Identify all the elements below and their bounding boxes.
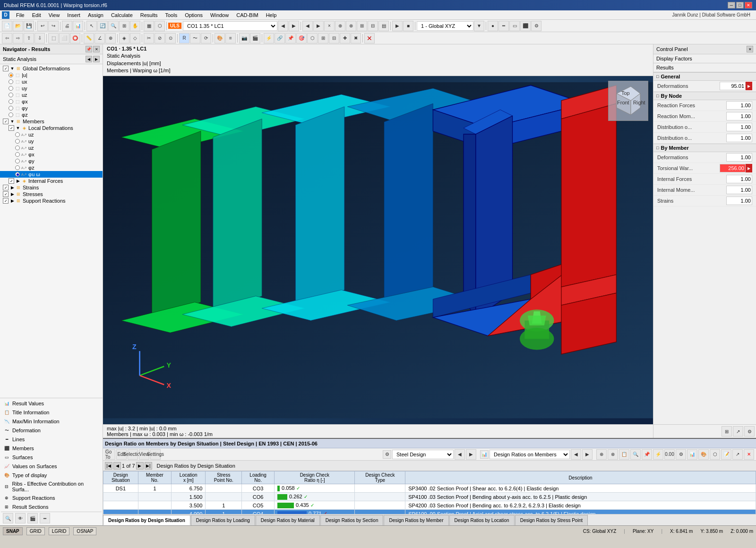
tb-surface[interactable]: ▭ bbox=[509, 21, 520, 31]
tb-ani-play[interactable]: ▶ bbox=[392, 21, 403, 31]
cp-strains-cp-value[interactable] bbox=[726, 197, 752, 205]
nav-cube[interactable]: Top Front Right bbox=[608, 81, 648, 121]
tree-u-abs[interactable]: ⬚ |u| bbox=[0, 72, 103, 78]
tb-cursor[interactable]: ↖ bbox=[86, 21, 97, 31]
menu-options[interactable]: Options bbox=[181, 10, 206, 19]
tb-btn-d[interactable]: ⊕ bbox=[335, 21, 345, 31]
cp-deformations-value[interactable] bbox=[720, 82, 746, 90]
nav-type-display[interactable]: 🎨 Type of display bbox=[1, 471, 102, 480]
tree-cb-internal[interactable]: ✓ bbox=[9, 178, 14, 184]
cp-expand-icon[interactable]: ↗ bbox=[733, 426, 743, 437]
menu-results[interactable]: Results bbox=[137, 10, 162, 19]
cp-close-btn[interactable]: ✕ bbox=[747, 46, 753, 52]
tb2-anim[interactable]: ⟳ bbox=[201, 33, 211, 43]
bt-expand-panel[interactable]: ↗ bbox=[732, 449, 743, 460]
cp-deform-reset-btn[interactable]: ▶ bbox=[746, 82, 752, 90]
tree-radio-ux[interactable] bbox=[9, 79, 13, 84]
tb2-btn2[interactable]: ⇨ bbox=[13, 33, 23, 43]
tree-ld-omega[interactable]: A↗ φu ω bbox=[0, 171, 103, 178]
nav-lines[interactable]: ━ Lines bbox=[1, 435, 102, 444]
tree-uy[interactable]: ⬚ uy bbox=[0, 85, 103, 92]
tree-cb-local-deform[interactable]: ✓ bbox=[9, 125, 14, 131]
design-ratios-combo[interactable]: Design Ratios on Members bbox=[490, 450, 570, 459]
menu-edit[interactable]: Edit bbox=[28, 10, 45, 19]
bt-tool4[interactable]: 🔍 bbox=[630, 449, 641, 460]
tb2-video[interactable]: 🎬 bbox=[250, 33, 260, 43]
tab-stress-point[interactable]: Design Ratios by Stress Point bbox=[515, 515, 588, 525]
cp-table-icon[interactable]: ⊞ bbox=[722, 426, 732, 437]
tree-cb-support[interactable]: ✓ bbox=[3, 198, 9, 204]
tree-radio-phix[interactable] bbox=[9, 99, 13, 104]
tb2-extra4[interactable]: 🎯 bbox=[296, 33, 307, 43]
tb2-btn4[interactable]: ⇩ bbox=[34, 33, 45, 43]
tree-ld-uz2[interactable]: A↗ uz bbox=[0, 145, 103, 151]
tree-radio-uy[interactable] bbox=[9, 86, 13, 91]
cp-internal-forces-value[interactable] bbox=[726, 175, 752, 183]
tb-ani-stop[interactable]: ■ bbox=[403, 21, 413, 31]
table-row[interactable]: 4.000 1 CO4 0.771 ✓ SP6100 .00 Section P… bbox=[103, 510, 756, 514]
tb-new[interactable]: 📄 bbox=[2, 21, 12, 31]
tb-prev-lc[interactable]: ◀ bbox=[278, 21, 288, 31]
tree-radio-ld-phiy[interactable] bbox=[15, 159, 20, 163]
tb-btn-b[interactable]: ▶ bbox=[313, 21, 324, 31]
table-row[interactable]: 3.500 1 CO5 0.435 ✓ SP4200 .03 Section P… bbox=[103, 501, 756, 510]
nav-surfaces[interactable]: ▭ Surfaces bbox=[1, 453, 102, 462]
tb2-ruler[interactable]: 📏 bbox=[84, 33, 94, 43]
tb2-extra8[interactable]: ✚ bbox=[340, 33, 350, 43]
cp-bymember-section[interactable]: □ By Member bbox=[653, 144, 756, 152]
tree-arrow-stresses[interactable]: ▶ bbox=[9, 192, 15, 197]
menu-file[interactable]: File bbox=[12, 10, 28, 19]
bt-dr-prev[interactable]: ◀ bbox=[571, 449, 581, 460]
tree-radio-ld-uy[interactable] bbox=[15, 139, 20, 144]
tree-cb-strains[interactable]: ✓ bbox=[3, 185, 9, 190]
tb-btn-h[interactable]: ▤ bbox=[378, 21, 389, 31]
tree-uz[interactable]: ⬚ uz bbox=[0, 92, 103, 98]
tree-arrow-internal[interactable]: ▶ bbox=[15, 179, 21, 183]
tb2-extra7[interactable]: ⊟ bbox=[329, 33, 339, 43]
cp-distribution-b-value[interactable] bbox=[726, 134, 752, 142]
tree-local-deformations[interactable]: ✓ ▼ ◈ Local Deformations bbox=[0, 125, 103, 131]
cp-internal-mome-value[interactable] bbox=[726, 186, 752, 194]
table-row[interactable]: 1.500 CO6 0.262 ✓ SP4100 .03 Section Pro… bbox=[103, 493, 756, 501]
tb2-legend[interactable]: ≡ bbox=[225, 33, 236, 43]
bt-tool10[interactable]: 🎨 bbox=[698, 449, 709, 460]
tree-ld-uy[interactable]: A↗ uy bbox=[0, 138, 103, 145]
tb-undo[interactable]: ↩ bbox=[37, 21, 48, 31]
nav-maxmin-info[interactable]: 📉 Max/Min Information bbox=[1, 417, 102, 426]
bt-tool12[interactable]: 📝 bbox=[721, 449, 731, 460]
tab-location[interactable]: Design Ratios by Location bbox=[449, 515, 515, 525]
tb2-render[interactable]: ◈ bbox=[119, 33, 129, 43]
page-prev[interactable]: ◀ bbox=[113, 462, 121, 470]
tree-phiy[interactable]: ⬚ φy bbox=[0, 105, 103, 111]
nav-prev-btn[interactable]: ◀ bbox=[86, 56, 92, 62]
maximize-button[interactable]: □ bbox=[736, 2, 744, 9]
bt-tool9[interactable]: 📊 bbox=[687, 449, 697, 460]
tb2-lasso[interactable]: ⭕ bbox=[70, 33, 80, 43]
tb2-extra5[interactable]: ⬡ bbox=[307, 33, 318, 43]
bt-sd-next[interactable]: ▶ bbox=[466, 449, 476, 460]
tree-global-deformations[interactable]: ✓ ▼ ⊞ Global Deformations bbox=[0, 65, 103, 72]
nav-result-values[interactable]: 📊 Result Values bbox=[1, 399, 102, 408]
tree-arrow-strains[interactable]: ▶ bbox=[9, 185, 15, 190]
nav-close-button[interactable]: ✕ bbox=[93, 46, 100, 52]
tb-redo[interactable]: ↪ bbox=[48, 21, 59, 31]
tb-btn-c[interactable]: × bbox=[324, 21, 335, 31]
cp-bynode-section[interactable]: □ By Node bbox=[653, 92, 756, 100]
cp-settings-icon[interactable]: ⚙ bbox=[744, 426, 755, 437]
bt-close-panel[interactable]: ✕ bbox=[744, 449, 754, 460]
bt-selection[interactable]: Selection bbox=[128, 449, 138, 460]
tb-btn-g[interactable]: ⊟ bbox=[368, 21, 378, 31]
tree-radio-ld-phix[interactable] bbox=[15, 152, 20, 157]
status-snap[interactable]: SNAP bbox=[3, 527, 23, 535]
tree-ux[interactable]: ⬚ ux bbox=[0, 78, 103, 85]
page-last[interactable]: ▶| bbox=[145, 462, 152, 470]
nav-deformation[interactable]: 〜 Deformation bbox=[1, 426, 102, 435]
nav-view-btn-2[interactable]: 👁 bbox=[15, 513, 26, 523]
bt-tool6[interactable]: ⚡ bbox=[653, 449, 663, 460]
tree-strains[interactable]: ✓ ▶ ⊞ Strains bbox=[0, 184, 103, 191]
tb2-extra3[interactable]: 📌 bbox=[285, 33, 296, 43]
nav-pin-button[interactable]: 📌 bbox=[86, 46, 92, 52]
cp-torsional-value[interactable] bbox=[720, 164, 746, 172]
tb-btn-f[interactable]: ⊞ bbox=[357, 21, 367, 31]
tree-ld-phiy[interactable]: A↗ φy bbox=[0, 158, 103, 164]
